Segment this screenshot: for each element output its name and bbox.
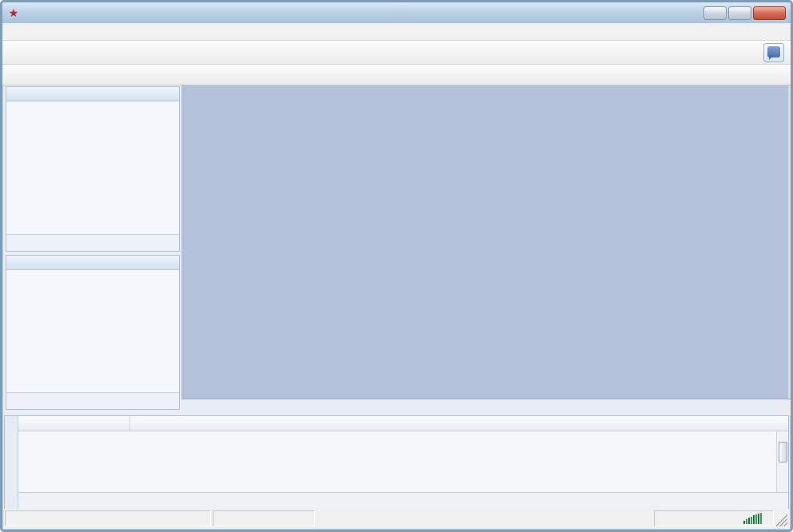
app-logo-icon: ★ <box>7 6 20 19</box>
news-table-header <box>18 416 788 431</box>
application-window: ★ <box>0 0 793 532</box>
navigator-tabs <box>6 392 179 409</box>
tick-chart[interactable] <box>6 101 177 231</box>
news-column-topic[interactable] <box>130 416 788 431</box>
connection-bars-icon <box>743 513 762 524</box>
market-watch-panel <box>6 86 180 252</box>
resize-grip[interactable] <box>776 510 787 526</box>
scrollbar-thumb[interactable] <box>779 442 787 463</box>
title-bar[interactable]: ★ <box>2 2 791 23</box>
status-bar <box>4 509 789 528</box>
close-button[interactable] <box>753 6 786 20</box>
status-help-text <box>5 510 211 526</box>
chart-window-tabs <box>181 399 792 415</box>
terminal-side-strip <box>5 416 18 509</box>
status-one-click-trading[interactable] <box>213 510 315 526</box>
terminal-panel <box>4 415 789 510</box>
chart-workspace <box>181 85 792 415</box>
maximize-button[interactable] <box>728 6 751 20</box>
workspace-scrollbar[interactable] <box>788 85 792 415</box>
navigator-panel <box>6 255 180 410</box>
left-column <box>4 86 181 410</box>
terminal-main <box>18 416 788 509</box>
navigator-tree <box>6 270 179 276</box>
menu-bar <box>2 23 791 41</box>
news-scrollbar[interactable] <box>776 431 788 492</box>
notifications-count <box>767 46 780 58</box>
minimize-button[interactable] <box>703 6 727 20</box>
main-toolbar <box>2 41 791 65</box>
drawing-toolbar <box>2 65 791 85</box>
terminal-tabs <box>18 492 788 509</box>
news-column-time[interactable] <box>18 416 130 431</box>
market-watch-tabs <box>6 234 179 251</box>
market-watch-title-bar[interactable] <box>6 87 179 101</box>
news-list <box>18 431 788 492</box>
notifications-button[interactable] <box>763 43 784 62</box>
status-traffic-cell <box>654 510 774 526</box>
navigator-title-bar[interactable] <box>6 256 179 270</box>
